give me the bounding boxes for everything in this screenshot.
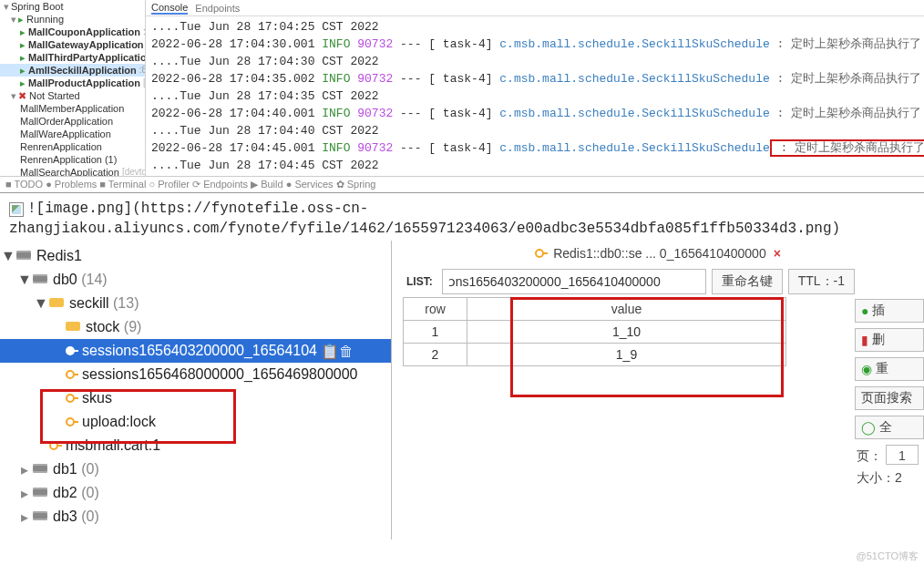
tree-uploadlock[interactable]: upload:lock [0, 410, 391, 434]
highlight-log-msg: : 定时上架秒杀商品执行了 [770, 139, 924, 157]
redis-tree[interactable]: ▼Redis1 ▼db0 (14) ▼seckill (13) stock (9… [0, 241, 392, 539]
ns-item[interactable]: MallSearchApplication [20, 166, 119, 176]
page-label: 页：1 [855, 445, 924, 465]
db-icon [33, 511, 49, 522]
tree-running[interactable]: Running [26, 13, 64, 26]
ns-item[interactable]: MallWareApplication [20, 128, 111, 140]
db-icon [33, 464, 49, 475]
tab-console[interactable]: Console [151, 2, 188, 15]
key-icon [66, 368, 78, 381]
ide-bottom-tabs[interactable]: ■ TODO ● Problems ■ Terminal ○ Profiler … [0, 176, 924, 192]
folder-icon [49, 298, 66, 309]
tree-seckill[interactable]: seckill [69, 295, 109, 312]
th-value: value [467, 298, 786, 321]
ns-item[interactable]: MallMemberApplication [20, 102, 124, 115]
table-row[interactable]: 2 1_9 [404, 344, 786, 366]
tree-root[interactable]: Spring Boot [11, 0, 63, 13]
broken-image-icon [9, 202, 24, 217]
redis-list-table[interactable]: row value 1 1_10 2 1_9 [403, 297, 786, 366]
tree-db2[interactable]: db2 [53, 485, 77, 501]
run-item[interactable]: MallGatewayApplication [28, 38, 144, 51]
list-type-label: LIST: [406, 275, 433, 288]
tree-session-selected[interactable]: sessions1656403200000_16564104 📋🗑 [0, 339, 391, 363]
db-icon [16, 251, 33, 262]
tree-db3[interactable]: db3 [53, 508, 77, 525]
delete-row-button[interactable]: ▮ 删 [855, 328, 924, 352]
run-item[interactable]: MallCouponApplication [28, 26, 140, 38]
console-log[interactable]: ....Tue Jun 28 17:04:25 CST 2022 2022-06… [146, 16, 924, 176]
watermark: @51CTO博客 [857, 550, 919, 563]
redis-panel: ▼Redis1 ▼db0 (14) ▼seckill (13) stock (9… [0, 241, 924, 539]
redis-key-title: Redis1::db0::se ... 0_1656410400000 × [392, 241, 924, 266]
tab-endpoints[interactable]: Endpoints [195, 3, 240, 14]
page-value[interactable]: 1 [886, 445, 919, 465]
run-item[interactable]: MallProductApplication [28, 77, 140, 89]
close-icon[interactable]: × [774, 246, 781, 261]
key-name-input[interactable]: ɔns1656403200000_1656410400000 [442, 269, 706, 294]
table-row[interactable]: 1 1_10 [404, 321, 786, 344]
run-dashboard-tree[interactable]: ▾Spring Boot ▾▸ Running ▸ MallCouponAppl… [0, 0, 146, 176]
folder-icon [66, 322, 82, 333]
size-label: 大小：2 [855, 470, 924, 487]
run-item-selected[interactable]: AmllSeckillApplication [28, 64, 137, 77]
ns-item[interactable]: RenrenApplication (1) [20, 153, 117, 166]
run-item[interactable]: MallThirdPartyApplication [28, 51, 146, 64]
th-row: row [404, 298, 467, 321]
db-icon [33, 488, 49, 498]
rename-button[interactable]: 重命名键 [712, 269, 783, 294]
tree-session[interactable]: sessions1656468000000_1656469800000 [0, 363, 391, 386]
key-icon [49, 439, 62, 452]
console-area: Console Endpoints ....Tue Jun 28 17:04:2… [146, 0, 924, 176]
key-icon [66, 416, 78, 428]
db-icon [33, 274, 49, 285]
page-search-input[interactable]: 页面搜索 [855, 386, 924, 410]
select-all-button[interactable]: ◯ 全 [855, 416, 924, 439]
ns-item[interactable]: MallOrderApplication [20, 115, 113, 128]
key-icon [66, 392, 78, 405]
add-row-button[interactable]: ● 插 [855, 299, 924, 323]
ns-item[interactable]: RenrenApplication [20, 140, 102, 153]
key-icon [535, 247, 548, 260]
tree-notstarted[interactable]: Not Started [29, 89, 80, 102]
ide-panel: ▾Spring Boot ▾▸ Running ▸ MallCouponAppl… [0, 0, 924, 193]
markdown-line: ![image.png](https://fynotefile.oss-cn-z… [0, 193, 924, 241]
tree-skus[interactable]: skus [0, 386, 391, 410]
key-icon [66, 344, 78, 357]
reload-button[interactable]: ◉ 重 [855, 357, 924, 381]
tree-cart[interactable]: msbmall:cart:1 [0, 434, 391, 457]
ttl-button[interactable]: TTL：-1 [788, 269, 855, 294]
tree-db0[interactable]: db0 [53, 272, 77, 288]
tree-db1[interactable]: db1 [53, 461, 77, 478]
tree-stock[interactable]: stock [86, 319, 119, 335]
side-toolbar: ● 插 ▮ 删 ◉ 重 页面搜索 ◯ 全 页：1 大小：2 [855, 297, 924, 539]
redis-root[interactable]: Redis1 [36, 248, 82, 264]
